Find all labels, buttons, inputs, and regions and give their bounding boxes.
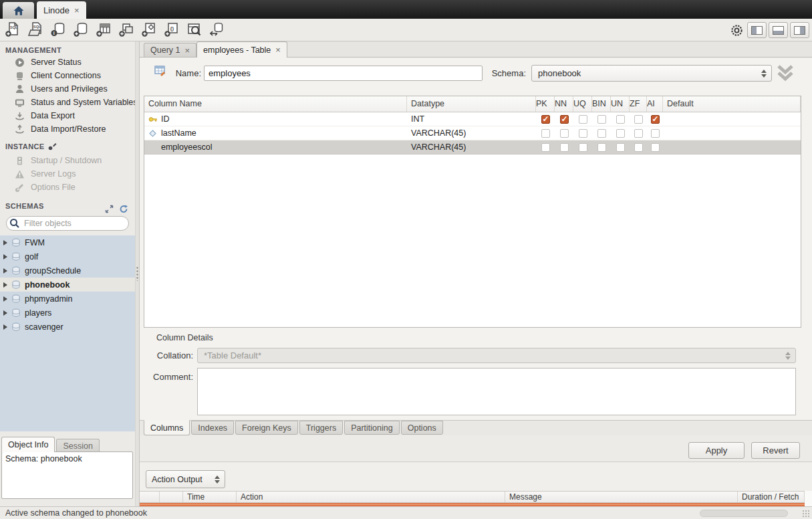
schema-item-scavenger[interactable]: scavenger: [0, 320, 135, 334]
column-row-id[interactable]: ID INT: [144, 112, 801, 126]
svg-text:SQL: SQL: [10, 25, 18, 29]
uq-checkbox[interactable]: [579, 129, 587, 138]
collapse-header-chevrons-icon[interactable]: [775, 64, 796, 82]
tab-employees-table[interactable]: employees - Table ×: [196, 41, 287, 58]
search-table-data-icon[interactable]: [186, 21, 202, 37]
chevron-right-icon[interactable]: [3, 324, 7, 330]
reconnect-dbms-icon[interactable]: [209, 21, 225, 37]
sidebar-item-data-export[interactable]: Data Export: [0, 109, 135, 122]
create-schema-icon[interactable]: [73, 21, 89, 37]
ai-checkbox[interactable]: [651, 129, 660, 138]
toggle-left-panel-button[interactable]: [747, 22, 767, 38]
pk-checkbox[interactable]: [541, 143, 550, 152]
apply-button[interactable]: Apply: [688, 442, 745, 459]
sidebar-item-data-import[interactable]: Data Import/Restore: [0, 122, 135, 136]
pk-checkbox[interactable]: [541, 115, 550, 124]
chevron-right-icon[interactable]: [3, 254, 7, 260]
tab-columns[interactable]: Columns: [144, 420, 190, 435]
create-view-icon[interactable]: [118, 21, 134, 37]
tab-object-info[interactable]: Object Info: [1, 437, 55, 452]
warning-icon: [15, 169, 25, 179]
schema-filter: [6, 216, 129, 231]
sidebar-item-server-status[interactable]: Server Status: [0, 56, 135, 69]
ai-checkbox[interactable]: [651, 115, 660, 124]
uq-checkbox[interactable]: [579, 115, 587, 124]
column-row-lastname[interactable]: lastName VARCHAR(45): [144, 126, 801, 140]
un-checkbox[interactable]: [616, 115, 625, 124]
window-resize-grip[interactable]: [802, 510, 811, 518]
zf-checkbox[interactable]: [634, 115, 643, 124]
connection-tab[interactable]: Linode ×: [37, 1, 86, 19]
nn-checkbox[interactable]: [560, 143, 569, 152]
schema-item-players[interactable]: players: [0, 306, 135, 320]
schema-inspector-icon[interactable]: i: [50, 21, 66, 37]
create-routine-icon[interactable]: [141, 21, 157, 37]
close-icon[interactable]: ×: [275, 45, 281, 55]
bin-checkbox[interactable]: [597, 115, 606, 124]
tab-options[interactable]: Options: [401, 421, 443, 435]
sidebar-item-system-variables[interactable]: Status and System Variables: [0, 96, 135, 109]
create-function-icon[interactable]: {): [164, 21, 180, 37]
ai-checkbox[interactable]: [651, 143, 660, 152]
tab-partitioning[interactable]: Partitioning: [344, 421, 400, 435]
schema-item-groupschedule[interactable]: groupSchedule: [0, 264, 135, 278]
un-checkbox[interactable]: [616, 129, 625, 138]
sidebar-splitter[interactable]: [135, 41, 140, 506]
table-name-input[interactable]: [204, 66, 483, 81]
comment-label: Comment:: [146, 372, 193, 382]
close-icon[interactable]: ×: [184, 45, 190, 56]
columns-grid: Column Name Datatype PK NN UQ BIN UN ZF …: [144, 96, 801, 328]
home-tab[interactable]: [3, 2, 34, 19]
column-row-employeescol[interactable]: employeescol VARCHAR(45): [144, 140, 801, 154]
output-scrollbar-gutter: [805, 491, 812, 507]
splitter-grip[interactable]: [136, 266, 138, 281]
nn-checkbox[interactable]: [560, 129, 569, 138]
uq-checkbox[interactable]: [579, 143, 587, 152]
chevron-right-icon[interactable]: [3, 296, 7, 302]
schema-item-golf[interactable]: golf: [0, 249, 135, 264]
bin-checkbox[interactable]: [597, 129, 606, 138]
chevron-right-icon[interactable]: [3, 282, 7, 288]
chevron-right-icon[interactable]: [3, 268, 7, 274]
tab-indexes[interactable]: Indexes: [191, 421, 234, 435]
collation-dropdown[interactable]: *Table Default*: [197, 348, 796, 363]
tab-session[interactable]: Session: [56, 439, 99, 452]
stepper-arrows-icon[interactable]: [759, 67, 769, 80]
sidebar-item-startup-shutdown[interactable]: Startup / Shutdown: [0, 154, 135, 167]
create-table-icon[interactable]: [96, 21, 112, 37]
output-type-dropdown[interactable]: Action Output: [146, 470, 225, 488]
stepper-arrows-icon[interactable]: [213, 472, 222, 486]
nn-checkbox[interactable]: [560, 115, 569, 124]
schemas-header-icons: [105, 205, 128, 213]
un-checkbox[interactable]: [616, 143, 625, 152]
revert-button[interactable]: Revert: [751, 442, 800, 459]
close-icon[interactable]: ×: [74, 5, 80, 15]
refresh-icon[interactable]: [119, 205, 128, 213]
sidebar-item-server-logs[interactable]: Server Logs: [0, 167, 135, 181]
schema-item-fwm[interactable]: FWM: [0, 235, 135, 249]
tab-foreign-keys[interactable]: Foreign Keys: [235, 421, 298, 435]
toggle-bottom-panel-button[interactable]: [769, 22, 788, 38]
filter-objects-input[interactable]: [6, 216, 129, 231]
bin-checkbox[interactable]: [597, 143, 606, 152]
tab-triggers[interactable]: Triggers: [299, 421, 343, 435]
sidebar-item-options-file[interactable]: Options File: [0, 181, 135, 194]
toggle-right-panel-button[interactable]: [790, 22, 809, 38]
tab-query-1[interactable]: Query 1 ×: [144, 43, 196, 57]
sidebar-item-client-connections[interactable]: Client Connections: [0, 69, 135, 82]
schema-dropdown[interactable]: phonebook: [531, 65, 772, 82]
sidebar-item-users-privileges[interactable]: Users and Privileges: [0, 82, 135, 96]
zf-checkbox[interactable]: [634, 143, 643, 152]
chevron-right-icon[interactable]: [3, 240, 7, 245]
expand-icon[interactable]: [105, 205, 114, 213]
schema-item-phonebook[interactable]: phonebook: [0, 278, 135, 292]
name-label: Name:: [158, 68, 201, 78]
open-sql-script-icon[interactable]: SQL: [27, 21, 43, 37]
chevron-right-icon[interactable]: [3, 310, 7, 316]
comment-textarea[interactable]: [197, 368, 796, 415]
horizontal-scrollbar-thumb[interactable]: [700, 510, 788, 517]
schema-item-phpmyadmin[interactable]: phpmyadmin: [0, 292, 135, 306]
pk-checkbox[interactable]: [541, 129, 550, 138]
zf-checkbox[interactable]: [634, 129, 643, 138]
new-sql-tab-icon[interactable]: SQL: [5, 21, 21, 37]
